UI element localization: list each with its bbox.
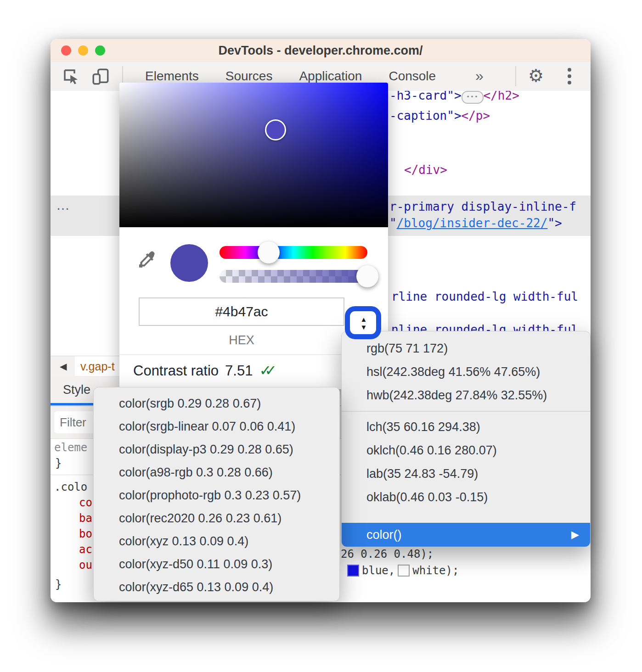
attr-quote: "> [547, 216, 562, 230]
submenu-item[interactable]: color(a98-rgb 0.3 0.28 0.66) [94, 461, 339, 484]
dom-line-selected-1[interactable]: r-primary display-inline-f [389, 198, 576, 215]
format-menu-item[interactable]: lch(35 60.16 294.38) [342, 415, 590, 439]
attr-value: -caption"> [389, 109, 462, 123]
css-property-name[interactable]: ac [79, 542, 92, 557]
attr-value: rline rounded-lg width-ful [391, 290, 578, 303]
contrast-ratio-row[interactable]: Contrast ratio 7.51 ✓✓ [133, 362, 277, 379]
breadcrumb-label: v.gap-t [75, 360, 115, 373]
hex-format-label: HEX [139, 333, 344, 347]
zoom-window-button[interactable] [95, 45, 105, 56]
submenu-item[interactable]: color(rec2020 0.26 0.23 0.61) [94, 507, 339, 530]
css-value-fragment[interactable]: 26 0.26 0.48); [341, 546, 434, 562]
current-color-swatch[interactable] [170, 244, 208, 282]
contrast-pass-check-icon: ✓✓ [259, 362, 277, 379]
css-value-text[interactable]: blue, [362, 563, 395, 578]
submenu-item[interactable]: color(display-p3 0.29 0.28 0.65) [94, 438, 339, 461]
attr-value: -h3-card"> [389, 91, 462, 102]
contrast-ratio-label: Contrast ratio [133, 363, 219, 379]
kebab-menu-icon[interactable] [568, 68, 571, 84]
css-property-list: cobaboacou [79, 495, 92, 573]
dom-line-h2[interactable]: -h3-card">•••</h2> [389, 91, 519, 104]
tab-styles[interactable]: Style [63, 376, 90, 403]
closing-tag: </div> [404, 163, 447, 177]
toolbar-divider [515, 66, 516, 86]
format-menu-item[interactable]: hsl(242.38deg 41.56% 47.65%) [342, 360, 590, 384]
closing-tag: </p> [462, 109, 490, 123]
href-link[interactable]: /blog/insider-dec-22/ [397, 216, 548, 230]
css-value-fragment: blue, white); [347, 563, 459, 578]
submenu-item[interactable]: color(xyz 0.13 0.09 0.4) [94, 530, 339, 553]
titlebar: DevTools - developer.chrome.com/ [51, 39, 591, 62]
breadcrumb-back-icon[interactable]: ◀ [60, 356, 67, 376]
format-menu-item[interactable]: lab(35 24.83 -54.79) [342, 462, 590, 486]
color-format-menu: rgb(75 71 172)hsl(242.38deg 41.56% 47.65… [341, 331, 591, 547]
window-title: DevTools - developer.chrome.com/ [51, 39, 591, 62]
css-property-name[interactable]: co [79, 495, 92, 510]
hue-slider-thumb[interactable] [258, 241, 280, 263]
inspect-element-icon[interactable] [62, 67, 81, 86]
submenu-item[interactable]: color(srgb-linear 0.07 0.06 0.41) [94, 415, 339, 438]
alpha-slider[interactable] [220, 270, 367, 283]
panel-tab[interactable]: Application [299, 69, 362, 84]
submenu-item[interactable]: color(prophoto-rgb 0.3 0.23 0.57) [94, 484, 339, 507]
screenshot-canvas: DevTools - developer.chrome.com/ Element… [0, 0, 642, 672]
format-menu-item[interactable]: rgb(75 71 172) [342, 337, 590, 360]
format-menu-item-color[interactable]: color() ▶ [342, 523, 590, 547]
rule-close-brace: } [55, 455, 62, 471]
hue-slider[interactable] [220, 246, 367, 259]
format-group-2: lch(35 60.16 294.38)oklch(0.46 0.16 280.… [342, 415, 590, 509]
hex-input[interactable] [140, 298, 344, 325]
menu-divider [342, 411, 590, 412]
device-toolbar-icon[interactable] [91, 67, 110, 86]
submenu-item[interactable]: color(xyz-d65 0.13 0.09 0.4) [94, 576, 339, 599]
format-group-1: rgb(75 71 172)hsl(242.38deg 41.56% 47.65… [342, 337, 590, 407]
contrast-ratio-value: 7.51 [225, 363, 253, 379]
more-tabs-chevron-icon[interactable]: » [475, 62, 484, 90]
color-swatch-white[interactable] [398, 565, 410, 577]
submenu-item[interactable]: color(srgb 0.29 0.28 0.67) [94, 392, 339, 415]
eyedropper-icon[interactable] [135, 250, 157, 272]
rule-close-brace: } [55, 577, 62, 592]
attr-value: r-primary display-inline-f [389, 200, 576, 213]
dom-line-div[interactable]: </div> [404, 162, 447, 178]
dom-line-selected-2[interactable]: "/blog/insider-dec-22/"> [389, 215, 562, 231]
settings-gear-icon[interactable]: ⚙ [528, 62, 544, 90]
saturation-lightness-area[interactable] [119, 83, 388, 227]
submenu-item[interactable]: color(xyz-d50 0.11 0.09 0.3) [94, 553, 339, 576]
css-property-name[interactable]: ba [79, 510, 92, 526]
closing-tag: </h2> [484, 91, 519, 102]
format-menu-item-label: color() [342, 523, 590, 547]
panel-tab[interactable]: Sources [225, 69, 273, 84]
selected-row-gutter-ellipsis: … [56, 197, 70, 213]
css-property-name[interactable]: bo [79, 526, 92, 542]
css-value-text[interactable]: white); [412, 563, 459, 578]
format-menu-item[interactable]: oklab(0.46 0.03 -0.15) [342, 486, 590, 509]
panel-tab[interactable]: Console [389, 69, 436, 84]
dom-line-p[interactable]: -caption"></p> [389, 107, 490, 124]
close-window-button[interactable] [61, 45, 71, 56]
attr-quote: " [389, 216, 397, 230]
hex-input-wrap [139, 297, 344, 326]
css-selector[interactable]: .colo [54, 479, 87, 495]
color-swatch-blue[interactable] [347, 565, 359, 577]
panel-tab[interactable]: Elements [145, 69, 199, 84]
minimize-window-button[interactable] [78, 45, 88, 56]
element-style-selector[interactable]: eleme [54, 440, 87, 455]
annotation-highlight-ring [345, 306, 381, 339]
dom-line-rounded-1[interactable]: rline rounded-lg width-ful [391, 288, 578, 305]
format-menu-item[interactable]: oklch(0.46 0.16 280.07) [342, 439, 590, 462]
inline-ellipsis-button[interactable]: ••• [462, 91, 484, 104]
alpha-slider-thumb[interactable] [356, 265, 378, 287]
css-property-name[interactable]: ou [79, 557, 92, 573]
format-menu-item[interactable]: hwb(242.38deg 27.84% 32.55%) [342, 384, 590, 407]
color-function-submenu: color(srgb 0.29 0.28 0.67)color(srgb-lin… [93, 387, 340, 601]
submenu-arrow-icon: ▶ [571, 523, 579, 547]
color-selection-cursor[interactable] [265, 119, 286, 140]
